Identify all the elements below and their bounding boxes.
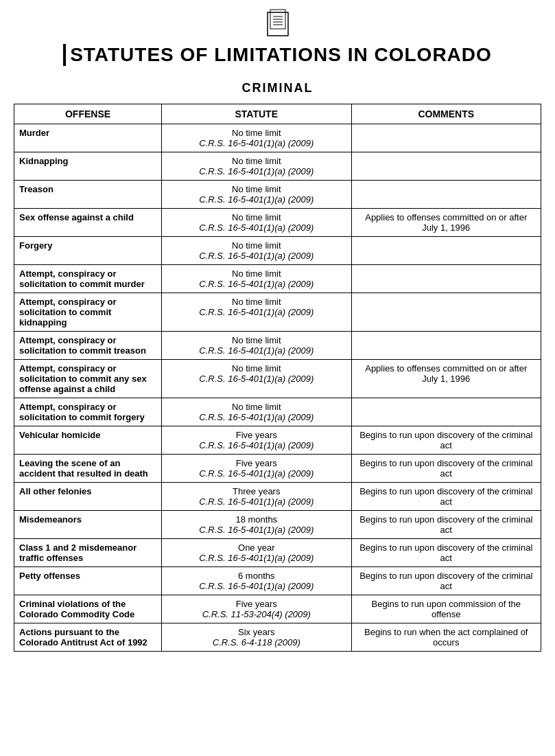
table-row: Actions pursuant to the Colorado Antitru… [14,623,541,652]
comments-cell: Begins to run upon discovery of the crim… [351,511,541,539]
table-row: Misdemeanors18 monthsC.R.S. 16-5-401(1)(… [14,511,541,539]
offense-cell: Attempt, conspiracy or solicitation to c… [14,398,162,426]
table-row: Attempt, conspiracy or solicitation to c… [14,398,541,426]
statute-cell: No time limitC.R.S. 16-5-401(1)(a) (2009… [162,265,351,293]
comments-cell [351,265,541,293]
statute-cell: No time limitC.R.S. 16-5-401(1)(a) (2009… [162,360,351,398]
seal-icon [261,7,295,41]
statute-cell: No time limitC.R.S. 16-5-401(1)(a) (2009… [162,124,351,152]
comments-cell [351,124,541,152]
comments-cell: Begins to run upon commission of the off… [351,595,541,623]
offense-header: OFFENSE [14,104,162,124]
statute-cell: No time limitC.R.S. 16-5-401(1)(a) (2009… [162,209,351,237]
comments-cell: Begins to run upon discovery of the crim… [351,539,541,567]
table-row: Vehicular homicideFive yearsC.R.S. 16-5-… [14,426,541,455]
statutes-table: OFFENSE STATUTE COMMENTS MurderNo time l… [14,104,541,652]
statute-cell: No time limitC.R.S. 16-5-401(1)(a) (2009… [162,398,351,426]
offense-cell: Actions pursuant to the Colorado Antitru… [14,623,162,652]
offense-cell: Forgery [14,237,162,265]
statute-cell: Five yearsC.R.S. 16-5-401(1)(a) (2009) [162,426,351,455]
comments-cell: Begins to run upon discovery of the crim… [351,455,541,483]
comments-cell [351,181,541,209]
table-row: Attempt, conspiracy or solicitation to c… [14,332,541,360]
table-row: Class 1 and 2 misdemeanor traffic offens… [14,539,541,567]
table-row: Attempt, conspiracy or solicitation to c… [14,265,541,293]
statute-cell: Five yearsC.R.S. 16-5-401(1)(a) (2009) [162,455,351,483]
offense-cell: Murder [14,124,162,152]
offense-cell: Sex offense against a child [14,209,162,237]
statute-cell: No time limitC.R.S. 16-5-401(1)(a) (2009… [162,332,351,360]
comments-cell: Begins to run upon discovery of the crim… [351,483,541,511]
offense-cell: All other felonies [14,483,162,511]
offense-cell: Criminal violations of the Colorado Comm… [14,595,162,623]
comments-cell: Applies to offenses committed on or afte… [351,209,541,237]
page-title: STATUTES OF LIMITATIONS IN COLORADO [63,44,492,66]
table-row: All other feloniesThree yearsC.R.S. 16-5… [14,483,541,511]
offense-cell: Petty offenses [14,567,162,595]
table-row: Sex offense against a childNo time limit… [14,209,541,237]
comments-cell [351,332,541,360]
offense-cell: Misdemeanors [14,511,162,539]
offense-cell: Leaving the scene of an accident that re… [14,455,162,483]
statute-cell: No time limitC.R.S. 16-5-401(1)(a) (2009… [162,237,351,265]
table-row: Criminal violations of the Colorado Comm… [14,595,541,623]
table-row: TreasonNo time limitC.R.S. 16-5-401(1)(a… [14,181,541,209]
offense-cell: Attempt, conspiracy or solicitation to c… [14,265,162,293]
comments-cell [351,237,541,265]
table-row: Petty offenses6 monthsC.R.S. 16-5-401(1)… [14,567,541,595]
comments-cell [351,398,541,426]
table-row: Attempt, conspiracy or solicitation to c… [14,360,541,398]
statute-cell: No time limitC.R.S. 16-5-401(1)(a) (2009… [162,293,351,332]
statute-cell: Six yearsC.R.S. 6-4-118 (2009) [162,623,351,652]
comments-cell: Begins to run upon discovery of the crim… [351,426,541,455]
table-header-row: OFFENSE STATUTE COMMENTS [14,104,541,124]
statute-cell: No time limitC.R.S. 16-5-401(1)(a) (2009… [162,152,351,181]
comments-cell: Applies to offenses committed on or afte… [351,360,541,398]
offense-cell: Attempt, conspiracy or solicitation to c… [14,293,162,332]
offense-cell: Attempt, conspiracy or solicitation to c… [14,360,162,398]
comments-cell [351,293,541,332]
section-title: CRIMINAL [14,81,541,95]
table-row: Attempt, conspiracy or solicitation to c… [14,293,541,332]
statute-header: STATUTE [162,104,351,124]
statute-cell: Three yearsC.R.S. 16-5-401(1)(a) (2009) [162,483,351,511]
offense-cell: Kidnapping [14,152,162,181]
table-row: ForgeryNo time limitC.R.S. 16-5-401(1)(a… [14,237,541,265]
statute-cell: No time limitC.R.S. 16-5-401(1)(a) (2009… [162,181,351,209]
header: STATUTES OF LIMITATIONS IN COLORADO [14,7,541,71]
statute-cell: 6 monthsC.R.S. 16-5-401(1)(a) (2009) [162,567,351,595]
comments-cell: Begins to run upon discovery of the crim… [351,567,541,595]
offense-cell: Class 1 and 2 misdemeanor traffic offens… [14,539,162,567]
statute-cell: One yearC.R.S. 16-5-401(1)(a) (2009) [162,539,351,567]
comments-header: COMMENTS [351,104,541,124]
offense-cell: Vehicular homicide [14,426,162,455]
comments-cell [351,152,541,181]
offense-cell: Treason [14,181,162,209]
table-row: MurderNo time limitC.R.S. 16-5-401(1)(a)… [14,124,541,152]
statute-cell: Five yearsC.R.S. 11-53-204(4) (2009) [162,595,351,623]
comments-cell: Begins to run when the act complained of… [351,623,541,652]
statute-cell: 18 monthsC.R.S. 16-5-401(1)(a) (2009) [162,511,351,539]
offense-cell: Attempt, conspiracy or solicitation to c… [14,332,162,360]
table-row: KidnappingNo time limitC.R.S. 16-5-401(1… [14,152,541,181]
table-row: Leaving the scene of an accident that re… [14,455,541,483]
